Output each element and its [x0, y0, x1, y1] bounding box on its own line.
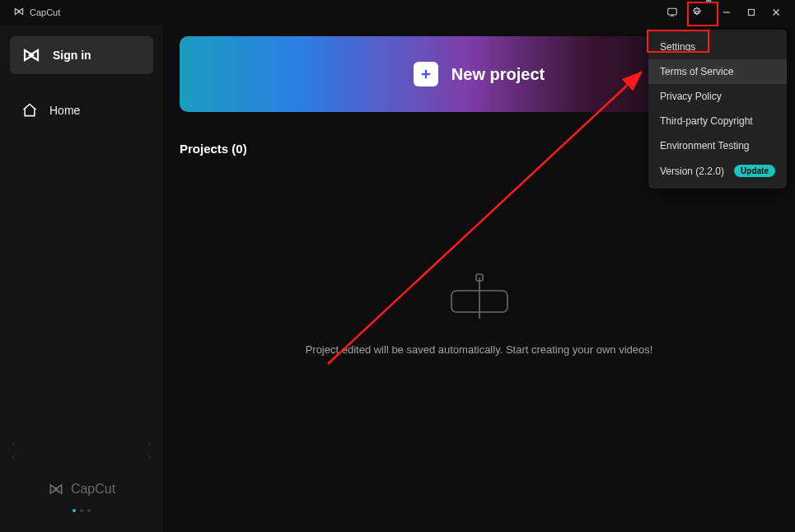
menu-item-label: Third-party Copyright [660, 115, 753, 127]
menu-item-label: Terms of Service [660, 66, 733, 77]
carousel-next-icon[interactable] [145, 440, 153, 461]
brand: CapCut [13, 6, 60, 19]
menu-item-label: Settings [660, 41, 695, 53]
new-project-label: New project [451, 65, 545, 84]
footer-brand-label: CapCut [71, 482, 115, 497]
menu-item-terms[interactable]: Terms of Service [648, 59, 787, 84]
maximize-button[interactable] [739, 0, 764, 25]
update-badge: Update [734, 165, 775, 177]
carousel-prev-icon[interactable] [10, 440, 18, 461]
sidebar: Sign in Home CapCut [0, 25, 163, 532]
minimize-button[interactable] [714, 0, 739, 25]
svg-rect-0 [668, 8, 677, 15]
menu-item-env-testing[interactable]: Environment Testing [648, 133, 787, 158]
pager-dot[interactable] [87, 509, 91, 512]
empty-state: Project edited will be saved automatical… [180, 271, 779, 356]
svg-rect-3 [749, 10, 755, 16]
signin-button[interactable]: Sign in [10, 36, 153, 74]
home-icon [21, 102, 38, 119]
pager-dot[interactable] [80, 509, 83, 512]
pager-dot[interactable] [72, 509, 76, 512]
menu-item-version[interactable]: Version (2.2.0) Update [648, 158, 787, 184]
plus-icon [414, 62, 438, 86]
home-label: Home [49, 104, 80, 117]
menu-item-privacy[interactable]: Privacy Policy [648, 84, 787, 109]
signin-icon [21, 45, 41, 65]
titlebar: CapCut [0, 0, 795, 25]
brand-text: CapCut [30, 7, 60, 17]
sidebar-item-home[interactable]: Home [10, 94, 153, 127]
sidebar-footer: CapCut [10, 481, 153, 520]
menu-item-copyright[interactable]: Third-party Copyright [648, 109, 787, 133]
signin-label: Sign in [53, 49, 91, 62]
menu-item-label: Environment Testing [660, 140, 750, 152]
notification-dot-icon [706, 0, 711, 3]
menu-item-label: Version (2.2.0) [660, 166, 724, 177]
empty-message: Project edited will be saved automatical… [306, 343, 653, 356]
menu-item-label: Privacy Policy [660, 91, 722, 102]
empty-illustration-icon [440, 271, 519, 324]
footer-brand: CapCut [48, 481, 115, 497]
window-controls [660, 0, 788, 25]
settings-icon[interactable] [685, 0, 709, 25]
carousel-pager[interactable] [72, 509, 91, 512]
brand-icon [13, 6, 25, 19]
close-button[interactable] [764, 0, 788, 25]
menu-item-settings[interactable]: Settings [648, 35, 787, 59]
settings-menu: Settings Terms of Service Privacy Policy… [648, 30, 787, 189]
feedback-icon[interactable] [660, 0, 685, 25]
